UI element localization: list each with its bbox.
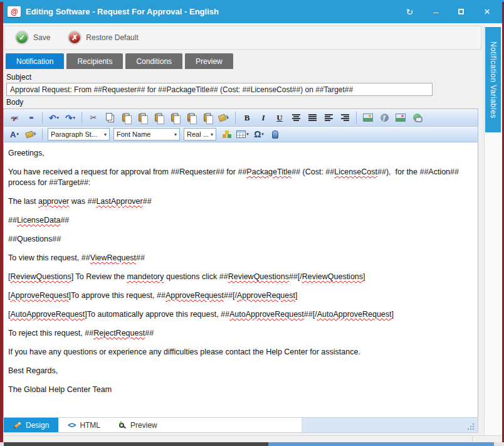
table-button[interactable]: ▾ (235, 127, 250, 142)
app-logo-glyph: @ (11, 8, 18, 16)
subject-input[interactable] (6, 83, 433, 96)
status-bar-divider (472, 437, 473, 442)
minimize-icon[interactable]: – (433, 8, 438, 16)
body-text-segment: ]To approve this request, ## (69, 291, 165, 300)
body-text-segment: ## (143, 197, 152, 206)
body-paragraph: You have received a request for approval… (8, 167, 473, 188)
misspelled-word: ApproveRequest (10, 291, 68, 300)
mode-tab-preview[interactable]: Preview (110, 418, 167, 432)
misspelled-word: ReviewQuestions (10, 272, 71, 281)
body-text-segment: ## (136, 253, 145, 262)
misspelled-word: ViewRequest (90, 253, 136, 262)
save-icon: ✓ (15, 31, 29, 45)
omega-button[interactable]: Ω▾ (251, 127, 266, 142)
close-icon[interactable]: × (484, 6, 490, 17)
format-painter-icon (218, 114, 227, 122)
body-paragraph: To view this request, ##ViewRequest## (8, 253, 473, 263)
cut-icon: ✂ (90, 114, 97, 122)
align-justify-button[interactable] (305, 110, 320, 125)
misspelled-word: ApproveRequest (165, 291, 224, 300)
restore-default-label: Restore Default (86, 33, 138, 42)
copy-button[interactable] (102, 110, 117, 125)
body-paragraph: [ApproveRequest]To approve this request,… (8, 290, 473, 301)
dropdown-caret-icon: ▾ (73, 115, 76, 120)
misspelled-word: AutoApproveRequest (317, 310, 392, 319)
restore-default-button[interactable]: ✗ Restore Default (68, 31, 138, 45)
body-text-segment: ##[/ (304, 310, 317, 319)
paste-word-2-icon: W (155, 114, 162, 122)
image-button[interactable] (360, 110, 375, 125)
body-paragraph: ##LicenseData## (8, 215, 473, 226)
underline-icon: U (276, 114, 282, 122)
body-paragraph: The Global Help Center Team (8, 385, 473, 395)
subject-label: Subject (6, 73, 502, 82)
body-content[interactable]: Greetings,You have received a request fo… (3, 142, 478, 417)
format-painter-button[interactable]: ▾ (216, 110, 231, 125)
cut-button[interactable]: ✂ (86, 110, 101, 125)
body-text-segment: ## (Cost: ## (291, 167, 334, 176)
save-button[interactable]: ✓ Save (15, 31, 50, 45)
misspelled-word: mandetory (127, 272, 164, 281)
refresh-icon[interactable]: ↻ (406, 8, 414, 16)
body-text-segment: ] (295, 291, 297, 300)
tab-recipients[interactable]: Recipients (66, 53, 123, 69)
highlight-button[interactable]: ▾ (23, 127, 38, 142)
misspelled-word: LastApprover (96, 197, 142, 206)
window-controls: ↻ – × (406, 6, 490, 17)
rich-text-editor: ABC●●↶▾↷▾✂WWHTML…▾BIUf A▾▾Paragraph St..… (3, 109, 478, 433)
media-button[interactable] (393, 110, 408, 125)
notification-variables-tab[interactable]: Notification Variables (485, 27, 501, 132)
window-border-left (0, 2, 3, 442)
tab-conditions[interactable]: Conditions (125, 53, 182, 69)
paste-plain-button[interactable] (167, 110, 182, 125)
align-left-button[interactable] (321, 110, 336, 125)
paste-special-button[interactable]: … (200, 110, 215, 125)
window-title: Editing Software - Request For Approval … (26, 7, 219, 16)
spellcheck-button[interactable]: ABC (7, 110, 22, 125)
paste-word-2-button[interactable]: W (151, 110, 166, 125)
profile-button[interactable] (268, 127, 283, 142)
align-right-button[interactable] (337, 110, 352, 125)
tab-preview[interactable]: Preview (185, 53, 233, 69)
blocks-button[interactable] (219, 127, 234, 142)
maximize-icon[interactable] (458, 9, 464, 14)
body-text-segment: Best Regards, (8, 366, 58, 375)
editor-mode-tabs: Design<>HTMLPreview (4, 418, 302, 432)
mode-tab-html[interactable]: <>HTML (58, 418, 110, 432)
font-name-value: Font Name (117, 130, 150, 138)
redo-button[interactable]: ↷▾ (63, 110, 78, 125)
align-center-button[interactable] (288, 110, 303, 125)
font-size-value: Real ... (187, 130, 209, 138)
body-paragraph: Best Regards, (8, 366, 473, 376)
maximize-glyph (458, 9, 464, 14)
mode-tab-design[interactable]: Design (4, 418, 58, 432)
misspelled-word: LicenseCost (334, 167, 377, 176)
paste-button[interactable] (118, 110, 134, 125)
titlebar[interactable]: @ Editing Software - Request For Approva… (0, 0, 504, 23)
image-icon (363, 114, 373, 122)
font-name-dropdown[interactable]: Font Name▾ (113, 128, 180, 141)
body-text-segment: ##[/ (289, 272, 302, 281)
paste-word-button[interactable]: W (135, 110, 150, 125)
resize-grip-icon[interactable] (473, 428, 474, 430)
paste-html-button[interactable]: HTML (184, 110, 199, 125)
tab-notification[interactable]: Notification (6, 53, 64, 69)
find-button[interactable]: ●● (23, 110, 38, 125)
font-size-dropdown[interactable]: Real ...▾ (184, 128, 216, 141)
misspelled-word: approver (38, 197, 69, 206)
italic-button[interactable]: I (256, 110, 271, 125)
underline-button[interactable]: U (272, 110, 287, 125)
bold-button[interactable]: B (239, 110, 255, 125)
body-text-segment: ] (392, 310, 394, 319)
paragraph-style-dropdown[interactable]: Paragraph St...▾ (48, 128, 110, 141)
link-button[interactable] (409, 110, 424, 125)
font-color-button[interactable]: A▾ (7, 127, 22, 142)
flash-button[interactable]: f (377, 110, 392, 125)
undo-icon: ↶ (49, 114, 56, 122)
undo-button[interactable]: ↶▾ (46, 110, 61, 125)
misspelled-word: ReviewQuestions (302, 272, 363, 281)
find-icon: ●● (29, 115, 33, 120)
misspelled-word: AutoApproveRequest (229, 310, 304, 319)
editor-toolbar-row1: ABC●●↶▾↷▾✂WWHTML…▾BIUf (3, 109, 478, 126)
body-paragraph: [ReviewQuestions] To Review the mandetor… (8, 272, 473, 282)
